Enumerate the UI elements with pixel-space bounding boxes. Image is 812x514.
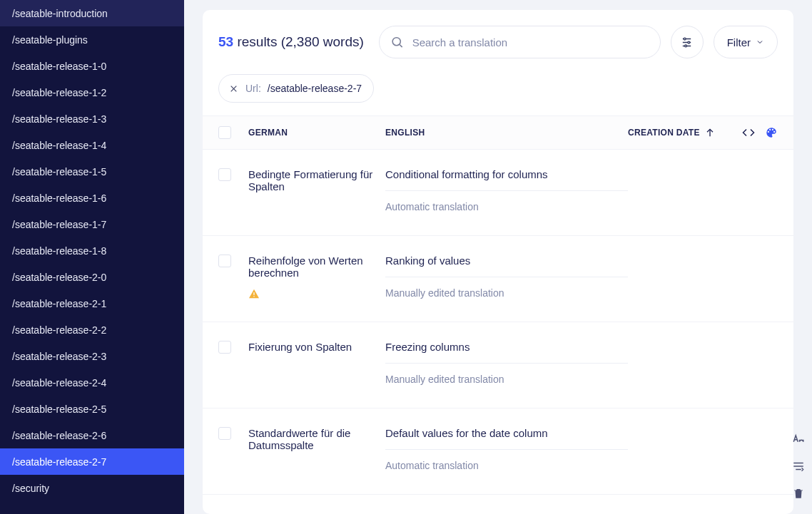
filter-label: Filter	[727, 36, 751, 48]
results-summary: 53 results (2,380 words)	[218, 34, 364, 50]
table-header: GERMAN ENGLISH CREATION DATE	[203, 115, 793, 150]
target-text: Default values for the date column	[385, 427, 628, 439]
sidebar-item[interactable]: /seatable-release-1-2	[0, 79, 184, 106]
row-actions	[735, 341, 778, 385]
palette-icon[interactable]	[765, 126, 778, 139]
row-check	[218, 427, 248, 471]
table-row[interactable]: Fixierung von Spalten Freezing columns M…	[203, 322, 793, 408]
col-date-label: CREATION DATE	[628, 128, 700, 138]
source-cell: Bedingte Formatierung für Spalten	[248, 168, 385, 212]
sidebar-item[interactable]: /seatable-release-2-5	[0, 396, 184, 422]
sidebar-item[interactable]: /seatable-release-2-1	[0, 290, 184, 317]
col-actions	[735, 126, 778, 139]
main: 53 results (2,380 words) Filter	[184, 0, 812, 514]
col-date[interactable]: CREATION DATE	[628, 127, 735, 138]
table-row[interactable]: Reihenfolge von Werten berechnen Ranking…	[203, 236, 793, 322]
card-header: 53 results (2,380 words) Filter	[203, 10, 793, 115]
target-text: Ranking of values	[385, 255, 628, 267]
chip-value: /seatable-release-2-7	[268, 83, 362, 94]
table-row[interactable]: Standardwerte für die Datumsspalte Defau…	[203, 408, 793, 495]
row-actions	[735, 255, 778, 299]
sidebar-item[interactable]: /seatable-release-2-2	[0, 317, 184, 343]
sidebar-item[interactable]: /seatable-release-2-4	[0, 369, 184, 396]
translation-status: Automatic translation	[385, 201, 628, 212]
row-checkbox[interactable]	[218, 168, 231, 181]
row-actions	[735, 168, 778, 212]
sidebar-item[interactable]: /seatable-release-1-6	[0, 185, 184, 211]
active-filters: Url: /seatable-release-2-7	[218, 74, 778, 103]
chip-remove-button[interactable]	[228, 83, 239, 94]
search-input[interactable]	[379, 26, 661, 58]
svg-point-0	[392, 38, 400, 46]
source-text: Reihenfolge von Werten berechnen	[248, 255, 385, 279]
svg-rect-12	[253, 296, 254, 297]
row-check	[218, 341, 248, 385]
sidebar-item[interactable]: /seatable-release-2-7	[0, 448, 184, 475]
date-cell	[628, 255, 735, 299]
translation-status: Manually edited translation	[385, 287, 628, 299]
translation-status: Manually edited translation	[385, 374, 628, 385]
table-rows: Bedingte Formatierung für Spalten Condit…	[203, 150, 793, 514]
svg-line-1	[400, 45, 402, 48]
filter-chip-url: Url: /seatable-release-2-7	[218, 74, 374, 103]
row-checkbox[interactable]	[218, 341, 231, 354]
content-card: 53 results (2,380 words) Filter	[203, 10, 793, 514]
sidebar-item[interactable]: /seatable-release-1-0	[0, 53, 184, 79]
source-text: Fixierung von Spalten	[248, 341, 352, 353]
sidebar-item[interactable]: /seatable-release-1-3	[0, 106, 184, 132]
divider	[385, 190, 628, 191]
select-all-checkbox[interactable]	[218, 126, 231, 139]
sidebar-item[interactable]: /seatable-release-2-6	[0, 422, 184, 448]
code-icon[interactable]	[742, 126, 755, 139]
floating-actions	[789, 430, 808, 503]
sidebar-item[interactable]: /seatable-release-1-8	[0, 237, 184, 264]
target-text: Conditional formatting for columns	[385, 168, 628, 180]
sidebar-item[interactable]: /seatable-release-1-7	[0, 211, 184, 237]
row-check	[218, 168, 248, 212]
sidebar: /seatable-introduction/seatable-plugins/…	[0, 0, 184, 514]
target-cell: Freezing columns Manually edited transla…	[385, 341, 628, 385]
results-words: (2,380 words)	[281, 34, 364, 49]
col-target-label[interactable]: ENGLISH	[385, 128, 628, 138]
settings-button[interactable]	[671, 26, 704, 58]
filter-button[interactable]: Filter	[714, 26, 778, 58]
col-checkbox	[218, 126, 248, 139]
align-button[interactable]	[789, 457, 808, 476]
sidebar-item[interactable]: /security	[0, 475, 184, 501]
translation-status: Automatic translation	[385, 460, 628, 471]
divider	[385, 363, 628, 364]
sidebar-item[interactable]: /seatable-release-1-5	[0, 158, 184, 185]
target-text: Freezing columns	[385, 341, 628, 353]
date-cell	[628, 341, 735, 385]
date-cell	[628, 168, 735, 212]
sort-asc-icon	[704, 127, 716, 138]
delete-button[interactable]	[789, 484, 808, 503]
sidebar-item[interactable]: /seatable-introduction	[0, 0, 184, 26]
table-row[interactable]: Bedingte Formatierung für Spalten Condit…	[203, 150, 793, 236]
divider	[385, 277, 628, 277]
row-checkbox[interactable]	[218, 255, 231, 267]
sidebar-item[interactable]: /seatable-release-1-4	[0, 132, 184, 158]
sidebar-item[interactable]: /seatable-release-2-3	[0, 343, 184, 369]
source-cell: Standardwerte für die Datumsspalte	[248, 427, 385, 471]
chip-label: Url:	[245, 83, 261, 94]
svg-point-7	[685, 45, 687, 47]
sidebar-item[interactable]: /seatable-release-2-0	[0, 264, 184, 290]
divider	[385, 449, 628, 450]
header-top-row: 53 results (2,380 words) Filter	[218, 26, 778, 58]
row-check	[218, 255, 248, 299]
search-wrapper	[379, 26, 661, 58]
svg-point-6	[688, 41, 690, 43]
text-style-button[interactable]	[789, 430, 808, 448]
source-text: Standardwerte für die Datumsspalte	[248, 427, 385, 451]
sidebar-item[interactable]: /seatable-plugins	[0, 26, 184, 53]
results-count: 53	[218, 34, 233, 49]
col-source-label[interactable]: GERMAN	[248, 128, 385, 138]
source-text: Bedingte Formatierung für Spalten	[248, 168, 385, 192]
svg-point-5	[684, 38, 686, 40]
row-checkbox[interactable]	[218, 427, 231, 440]
date-cell	[628, 427, 735, 471]
svg-rect-11	[253, 292, 254, 295]
results-word: results	[233, 34, 281, 49]
chevron-down-icon	[756, 38, 764, 46]
